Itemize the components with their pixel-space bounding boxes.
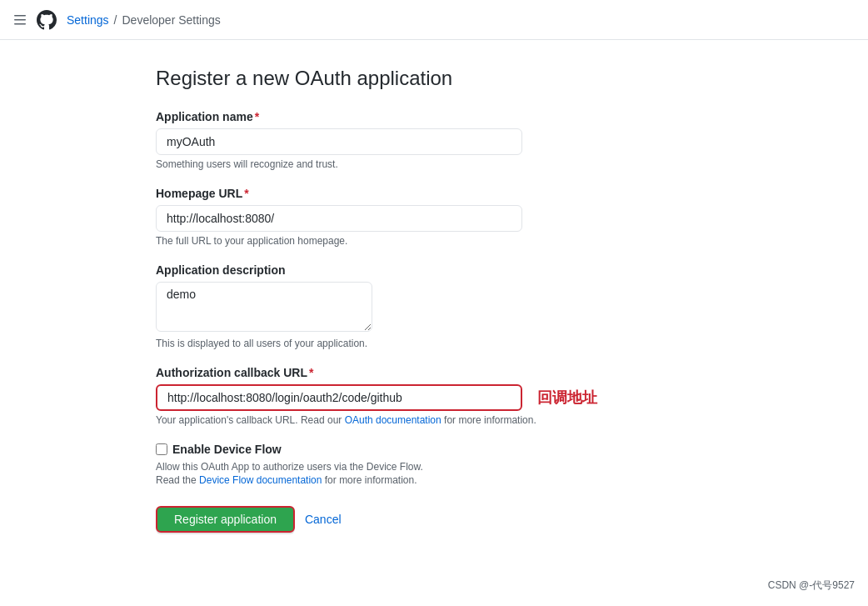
callback-url-wrapper xyxy=(156,384,522,411)
page-title: Register a new OAuth application xyxy=(156,67,712,90)
register-application-button[interactable]: Register application xyxy=(156,506,295,533)
app-description-label: Application description xyxy=(156,263,712,277)
header: Settings / Developer Settings xyxy=(0,0,868,40)
callback-url-input[interactable] xyxy=(156,384,522,411)
menu-icon[interactable] xyxy=(13,13,27,27)
callback-url-hint: Your application's callback URL. Read ou… xyxy=(156,414,712,426)
app-name-input[interactable] xyxy=(156,128,522,155)
app-name-hint: Something users will recognize and trust… xyxy=(156,158,712,170)
app-description-hint: This is displayed to all users of your a… xyxy=(156,338,712,349)
device-flow-label: Enable Device Flow xyxy=(172,443,282,456)
homepage-url-input[interactable] xyxy=(156,205,522,232)
homepage-url-required: * xyxy=(244,187,248,200)
callback-url-required: * xyxy=(309,366,313,379)
callback-url-label: Authorization callback URL* xyxy=(156,366,712,379)
homepage-url-hint: The full URL to your application homepag… xyxy=(156,235,712,247)
device-flow-desc2: Read the Device Flow documentation for m… xyxy=(156,474,712,486)
homepage-url-label: Homepage URL* xyxy=(156,187,712,200)
watermark: CSDN @-代号9527 xyxy=(768,578,855,583)
oauth-documentation-link[interactable]: OAuth documentation xyxy=(345,414,441,426)
homepage-url-group: Homepage URL* The full URL to your appli… xyxy=(156,187,712,247)
device-flow-checkbox[interactable] xyxy=(156,443,167,455)
app-name-group: Application name* Something users will r… xyxy=(156,110,712,170)
app-name-required: * xyxy=(255,110,259,123)
breadcrumb-separator: / xyxy=(114,13,117,27)
device-flow-row: Enable Device Flow xyxy=(156,443,712,456)
main-content: Register a new OAuth application Applica… xyxy=(142,40,726,583)
app-description-group: Application description demo This is dis… xyxy=(156,263,712,349)
callback-url-group: Authorization callback URL* 回调地址 Your ap… xyxy=(156,366,712,426)
cancel-button[interactable]: Cancel xyxy=(305,513,342,526)
device-flow-section: Enable Device Flow Allow this OAuth App … xyxy=(156,443,712,486)
callback-annotation: 回调地址 xyxy=(537,388,597,408)
device-flow-documentation-link[interactable]: Device Flow documentation xyxy=(199,474,322,486)
breadcrumb-current: Developer Settings xyxy=(122,13,220,27)
breadcrumb: Settings / Developer Settings xyxy=(67,13,221,27)
form-actions: Register application Cancel xyxy=(156,506,712,533)
app-description-textarea[interactable]: demo xyxy=(156,282,372,332)
device-flow-desc1: Allow this OAuth App to authorize users … xyxy=(156,461,712,473)
app-name-label: Application name* xyxy=(156,110,712,123)
github-logo[interactable] xyxy=(37,10,57,30)
breadcrumb-settings-link[interactable]: Settings xyxy=(67,13,109,27)
